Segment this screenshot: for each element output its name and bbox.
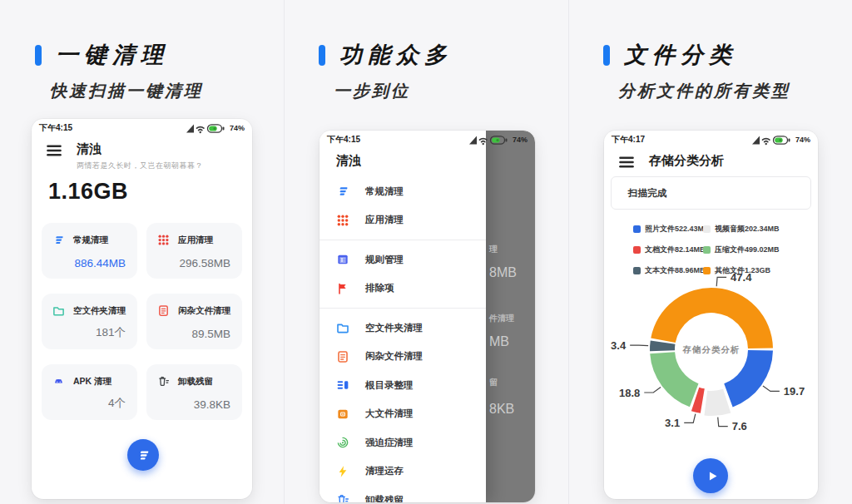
drawer-menu-item[interactable]: 排除项 [320, 274, 486, 304]
drawer-menu-item[interactable]: 大文件清理 [320, 400, 486, 429]
drawer-menu-item[interactable]: 空文件夹清理 [320, 314, 486, 343]
legend-item: 照片文件522.43MB [633, 224, 703, 235]
status-bar: 下午4:17 74% [604, 131, 818, 147]
cleanup-card[interactable]: 闲杂文件清理89.5MB [146, 294, 242, 349]
label-leader-line [630, 345, 648, 346]
menu-icon[interactable] [46, 144, 62, 157]
legend-label: 文本文件88.96MB [645, 265, 706, 276]
page-title: 存储分类分析 [649, 153, 724, 169]
drawer-menu-item[interactable]: 规则管理 [320, 245, 486, 274]
label-leader-line [644, 387, 661, 393]
legend-item: 文档文件82.14MB [633, 245, 703, 255]
cleanup-card[interactable]: 卸载残留39.8KB [146, 364, 242, 420]
drawer-item-label: 大文件清理 [365, 408, 414, 420]
card-label: 应用清理 [178, 235, 213, 246]
label-leader-line [684, 414, 696, 423]
dots-grid-icon [157, 234, 170, 246]
donut-slice-压缩文件[interactable] [650, 352, 698, 407]
card-label: 卸载残留 [178, 376, 213, 388]
battery-percent: 74% [513, 136, 528, 144]
donut-slice-视频音频[interactable] [704, 389, 731, 416]
folder-icon [52, 304, 65, 317]
drawer-item-label: 应用清理 [365, 214, 404, 226]
menu-icon[interactable] [618, 156, 635, 169]
legend-color-chip [633, 246, 641, 254]
chart-legend: 照片文件522.43MB视频音频202.34MB文档文件82.14MB压缩文件4… [633, 224, 780, 276]
panel-caption: 文件分类 分析文件的所有类型 [603, 40, 790, 102]
android-icon [52, 375, 65, 388]
card-label: APK 清理 [73, 376, 111, 388]
donut-slice-其他文件[interactable] [651, 288, 773, 348]
drawer-menu-item[interactable]: 根目录整理 [320, 371, 486, 400]
signal-wifi-battery-icons [186, 123, 227, 134]
donut-center-label: 存储分类分析 [682, 344, 741, 354]
panel-title: 一键清理 [56, 40, 169, 70]
cleanup-card[interactable]: 常规清理886.44MB [42, 223, 137, 279]
drawer-divider [320, 240, 486, 240]
legend-label: 照片文件522.43MB [645, 224, 710, 235]
card-value: 181个 [96, 325, 126, 340]
drawer-menu-item[interactable]: 常规清理 [320, 177, 486, 206]
scan-status-card: 扫描完成 [611, 176, 811, 210]
drawer-menu-item[interactable]: 强迫症清理 [320, 428, 486, 457]
card-value: 89.5MB [191, 328, 230, 340]
legend-item: 视频音频202.34MB [703, 224, 780, 235]
cleanup-card[interactable]: 空文件夹清理181个 [42, 294, 137, 349]
status-bar: 下午4:15 74% [320, 131, 535, 147]
legend-label: 文档文件82.14MB [645, 245, 706, 255]
panel-title: 功能众多 [339, 40, 453, 70]
accent-bar [35, 45, 42, 66]
drawer-item-label: 强迫症清理 [365, 437, 414, 449]
root-list-icon [336, 378, 349, 392]
dimmed-partial-text: MB [489, 334, 509, 349]
navigation-drawer: 清浊 常规清理应用清理规则管理排除项空文件夹清理闲杂文件清理根目录整理大文件清理… [320, 131, 486, 502]
donut-slice-文本文件[interactable] [650, 340, 675, 351]
label-leader-line [763, 386, 780, 391]
drawer-item-label: 常规清理 [365, 185, 404, 198]
panel-subtitle: 快速扫描一键清理 [50, 80, 203, 102]
card-label: 空文件夹清理 [73, 305, 126, 317]
cleanup-card[interactable]: APK 清理4个 [42, 364, 137, 420]
panel-title: 文件分类 [624, 40, 737, 70]
phone-home-screen: 下午4:15 74% 清浊 两情若是久长时，又岂在朝朝暮暮？ 1.16GB 常规… [32, 119, 252, 499]
panel-subtitle: 分析文件的所有类型 [618, 80, 790, 102]
accent-bar [319, 45, 325, 66]
drawer-item-label: 闲杂文件清理 [365, 350, 423, 363]
legend-color-chip [703, 246, 711, 254]
signal-wifi-battery-icons [468, 135, 510, 146]
accent-bar [603, 45, 610, 66]
status-time: 下午4:15 [327, 134, 360, 146]
drawer-item-label: 空文件夹清理 [365, 322, 423, 334]
document-icon [157, 304, 170, 317]
bolt-icon [336, 465, 349, 478]
slice-percent-label: 19.7 [784, 385, 805, 398]
folder-icon [336, 321, 349, 334]
cleanup-card[interactable]: 应用清理296.58MB [146, 223, 242, 279]
legend-color-chip [703, 267, 711, 274]
drawer-menu-item[interactable]: 闲杂文件清理 [320, 343, 486, 372]
drawer-menu-item[interactable]: 应用清理 [320, 206, 486, 235]
legend-item: 文本文件88.96MB [633, 265, 703, 276]
phone-drawer-screen: 理8MB件清理MB留8KB 下午4:15 74% 清浊 常规清理应用清理规则管理… [320, 131, 535, 502]
card-label: 常规清理 [73, 235, 108, 246]
panel-one-click-clean: 一键清理 快速扫描一键清理 下午4:15 74% 清浊 两情若是久长时，又岂在朝… [0, 0, 284, 504]
drawer-app-name: 清浊 [336, 153, 361, 169]
slice-percent-label: 3.4 [611, 339, 627, 352]
panel-caption: 功能众多 一步到位 [319, 40, 453, 102]
slanted-lines-icon [136, 448, 151, 462]
slanted-lines-icon [52, 234, 65, 246]
drawer-item-label: 清理运存 [365, 465, 404, 477]
drawer-item-label: 卸载残留 [365, 494, 404, 502]
dimmed-partial-text: 8MB [489, 265, 517, 280]
status-bar: 下午4:15 74% [32, 119, 252, 136]
drawer-menu-item[interactable]: 卸载残留 [320, 486, 486, 502]
donut-slice-照片文件[interactable] [724, 350, 773, 407]
dimmed-partial-text: 8KB [489, 402, 514, 417]
drawer-menu-item[interactable]: 清理运存 [320, 457, 486, 487]
legend-color-chip [633, 225, 641, 233]
drawer-divider [320, 308, 486, 309]
cleanup-card-grid: 常规清理886.44MB应用清理296.58MB空文件夹清理181个闲杂文件清理… [42, 223, 242, 420]
drawer-menu-list: 常规清理应用清理规则管理排除项空文件夹清理闲杂文件清理根目录整理大文件清理强迫症… [320, 177, 486, 502]
start-scan-fab[interactable] [693, 458, 728, 493]
one-click-clean-fab[interactable] [127, 439, 159, 471]
